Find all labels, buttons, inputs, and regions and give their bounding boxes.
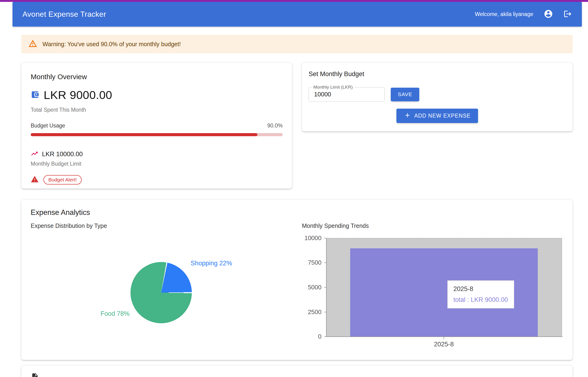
expense-pie-chart[interactable] (130, 262, 192, 323)
monthly-limit-field: Monthly Limit (LKR) (309, 87, 385, 102)
budget-usage-label: Budget Usage (31, 122, 65, 129)
budget-progress-bar (31, 133, 283, 136)
header-right: Welcome, akila liyanage (475, 9, 572, 19)
analytics-body: Expense Distribution by Type Shopping 22… (31, 223, 563, 353)
budget-alert-chip: Budget Alert! (43, 175, 82, 185)
monthly-overview-card: Monthly Overview LKR 9000.00 Total Spent… (21, 63, 292, 189)
pie-chart-title: Expense Distribution by Type (31, 223, 107, 229)
warning-text: Warning: You've used 90.0% of your month… (42, 41, 181, 47)
tooltip-value: total : LKR 9000.00 (453, 296, 508, 304)
total-spent-row: LKR 9000.00 (31, 88, 283, 102)
y-axis-tick: 10000 (297, 235, 322, 242)
x-axis-tick-mark (444, 337, 444, 339)
budget-usage-row: Budget Usage 90.0% (31, 122, 283, 129)
expense-history-card-partial (21, 365, 573, 377)
top-cards-row: Monthly Overview LKR 9000.00 Total Spent… (21, 63, 573, 189)
add-expense-row: ADD NEW EXPENSE (309, 109, 566, 123)
bar-chart-title: Monthly Spending Trends (302, 223, 369, 229)
chart-tooltip: 2025-8 total : LKR 9000.00 (447, 280, 514, 308)
trending-up-icon (31, 150, 38, 158)
main-content: Warning: You've used 90.0% of your month… (0, 27, 588, 377)
budget-input-row: Monthly Limit (LKR) SAVE (309, 87, 566, 102)
app-header: Avonet Expense Tracker Welcome, akila li… (13, 2, 582, 27)
x-axis-line (326, 336, 563, 337)
pie-label-shopping: Shopping 22% (191, 260, 232, 267)
budget-progress-fill (31, 133, 257, 136)
pie-label-food: Food 78% (100, 310, 130, 317)
analytics-title: Expense Analytics (31, 208, 563, 217)
logout-button[interactable] (563, 10, 572, 19)
set-budget-card: Set Monthly Budget Monthly Limit (LKR) S… (302, 63, 573, 131)
save-button[interactable]: SAVE (391, 88, 419, 101)
budget-usage-percent: 90.0% (267, 122, 283, 129)
bar-chart-section: Monthly Spending Trends 10000 7500 5000 … (297, 223, 563, 353)
browser-progress-strip (0, 0, 588, 2)
pie-chart-section: Expense Distribution by Type Shopping 22… (31, 223, 297, 353)
budget-warning-alert: Warning: You've used 90.0% of your month… (21, 35, 573, 53)
account-button[interactable] (544, 9, 553, 19)
y-axis-tick: 2500 (297, 308, 322, 316)
x-axis-tick-label: 2025-8 (425, 341, 463, 348)
total-spent-caption: Total Spent This Month (31, 107, 283, 113)
budget-alert-row: Budget Alert! (31, 175, 283, 185)
wallet-icon (31, 90, 39, 100)
y-axis-tick: 0 (297, 333, 322, 340)
logout-icon (563, 10, 572, 19)
overview-title: Monthly Overview (31, 73, 283, 81)
tooltip-label: 2025-8 (453, 285, 508, 293)
set-budget-title: Set Monthly Budget (309, 71, 566, 78)
app-title: Avonet Expense Tracker (22, 10, 106, 19)
welcome-text: Welcome, akila liyanage (475, 11, 533, 17)
monthly-limit-input[interactable] (313, 91, 380, 98)
monthly-limit-label: Monthly Limit (LKR) (312, 85, 354, 90)
bar-chart-plot-area (326, 238, 562, 336)
account-circle-icon (544, 9, 553, 19)
add-new-expense-label: ADD NEW EXPENSE (414, 113, 471, 119)
budget-limit-row: LKR 10000.00 (31, 150, 283, 158)
add-new-expense-button[interactable]: ADD NEW EXPENSE (396, 109, 478, 123)
y-axis-tick: 5000 (297, 284, 322, 291)
budget-limit-caption: Monthly Budget Limit (31, 161, 283, 167)
warning-outline-icon (28, 39, 37, 49)
warning-filled-icon (31, 175, 39, 184)
budget-limit-amount: LKR 10000.00 (42, 151, 83, 158)
expense-analytics-card: Expense Analytics Expense Distribution b… (21, 200, 573, 360)
y-axis-tick: 7500 (297, 259, 322, 266)
total-spent-amount: LKR 9000.00 (44, 88, 112, 102)
plus-icon (404, 112, 411, 120)
